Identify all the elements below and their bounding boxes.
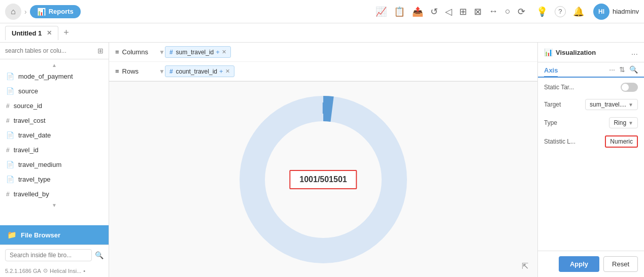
search-panel-icon[interactable]: 🔍 [629, 65, 638, 74]
chip-remove-icon[interactable]: ✕ [225, 68, 230, 75]
avatar[interactable]: HI [593, 4, 609, 20]
add-tab-button[interactable]: + [60, 27, 72, 38]
hint-icon[interactable]: 💡 [536, 6, 548, 17]
more-icon[interactable]: • [83, 268, 85, 274]
tab-close-icon[interactable]: ✕ [47, 29, 52, 37]
rows-text: Rows [122, 67, 139, 75]
sidebar-item-label: source_id [14, 102, 42, 110]
doc-icon: 📄 [6, 161, 14, 168]
share-icon[interactable]: ◁ [445, 6, 452, 17]
home-icon: ⌂ [11, 7, 16, 16]
right-panel-tabs: Axis ··· ⇅ 🔍 [538, 62, 644, 78]
sidebar-item-label: travel_date [18, 131, 51, 139]
doc-icon: 📄 [6, 73, 14, 80]
topbar: ⌂ › 📊 Reports 📈 📋 📤 ↺ ◁ ⊞ ⊠ ↔ ○ ⟳ 💡 ? 🔔 … [0, 0, 644, 23]
columns-dropdown-icon[interactable]: ▼ [159, 49, 165, 56]
target-row: Target sum_travel.... ▼ [544, 99, 638, 110]
expand-icon[interactable]: ↔ [489, 6, 498, 17]
home-button[interactable]: ⌂ [5, 4, 21, 20]
more-options-icon[interactable]: ... [631, 48, 638, 57]
circle-icon[interactable]: ○ [505, 6, 511, 17]
tab-axis[interactable]: Axis [544, 66, 558, 77]
file-browser-button[interactable]: 📁 File Browser [0, 225, 109, 245]
sidebar-item-source[interactable]: 📄 source [0, 84, 109, 98]
hash-icon: # [6, 102, 10, 110]
rows-dropdown-icon[interactable]: ▼ [159, 68, 165, 75]
tabs-row: Untitled 1 ✕ + [0, 23, 644, 43]
sum-travel-id-chip[interactable]: # sum_travel_id + ✕ [165, 46, 231, 58]
table-icon[interactable]: 📋 [394, 6, 405, 17]
line-chart-icon[interactable]: 📈 [376, 6, 387, 17]
reports-button[interactable]: 📊 Reports [30, 5, 81, 18]
help-icon[interactable]: ? [555, 6, 566, 17]
right-panel: 📊 Visualization ... Axis ··· ⇅ 🔍 Static … [537, 43, 644, 277]
sidebar-list: ▲ 📄 mode_of_payment 📄 source # source_id… [0, 59, 109, 225]
columns-text: Columns [122, 48, 148, 56]
doc-icon: 📄 [6, 176, 14, 183]
sidebar-item-travel-medium[interactable]: 📄 travel_medium [0, 157, 109, 172]
statistic-label-value: Numeric [610, 138, 633, 145]
avatar-text: HI [598, 8, 604, 15]
chart-area: 1001/501501 ⇱ [109, 82, 537, 277]
chart-expand-icon[interactable]: ⇱ [522, 261, 528, 271]
statistic-label-row: Statistic L... Numeric [544, 135, 638, 148]
sidebar-search-bar: ⊞ [0, 43, 109, 59]
hash-icon: # [6, 191, 10, 198]
type-dropdown[interactable]: Ring ▼ [609, 117, 638, 128]
hash-icon: # [170, 49, 173, 56]
sidebar-item-travel-type[interactable]: 📄 travel_type [0, 172, 109, 187]
center-area: ≡ Columns ▼ # sum_travel_id + ✕ ≡ R [109, 43, 537, 277]
search-inside-input[interactable] [5, 249, 92, 261]
sync-icon[interactable]: ⟳ [518, 6, 525, 17]
username-label[interactable]: hiadminv [613, 8, 639, 15]
refresh-icon[interactable]: ↺ [430, 6, 438, 17]
sidebar-item-label: travel_medium [18, 161, 61, 168]
monitor-icon[interactable]: ⊠ [474, 6, 482, 17]
scroll-down-indicator: ▼ [0, 201, 109, 209]
reset-button[interactable]: Reset [603, 256, 638, 272]
sidebar-bottom-search: 🔍 [0, 245, 109, 265]
chip-label: count_travel_id [176, 68, 217, 75]
doc-icon: 📄 [6, 87, 14, 95]
columns-chips: # sum_travel_id + ✕ [165, 46, 531, 58]
sidebar-item-source-id[interactable]: # source_id [0, 98, 109, 113]
static-target-toggle[interactable] [621, 83, 638, 92]
sidebar-version: 5.2.1.1686 GA ⊙ Helical Insi... • [0, 265, 109, 277]
chip-add-icon[interactable]: + [219, 67, 223, 75]
bell-icon[interactable]: 🔔 [573, 6, 584, 17]
sidebar-item-label: travelled_by [14, 190, 49, 198]
donut-chart: 1001/501501 [227, 83, 420, 276]
sidebar-item-travel-id[interactable]: # travel_id [0, 143, 109, 157]
chip-add-icon[interactable]: + [216, 48, 220, 56]
type-label: Type [544, 119, 557, 126]
sort-icon[interactable]: ⇅ [619, 65, 625, 74]
grid-icon[interactable]: ⊞ [97, 47, 104, 55]
tab-untitled-1[interactable]: Untitled 1 ✕ [5, 26, 58, 40]
target-dropdown[interactable]: sum_travel.... ▼ [585, 99, 638, 110]
donut-center-value: 1001/501501 [289, 170, 357, 189]
sidebar-item-travelled-by[interactable]: # travelled_by [0, 187, 109, 201]
search-tables-input[interactable] [5, 47, 94, 54]
more-dots-tab-icon[interactable]: ··· [609, 65, 615, 74]
fields-area: ≡ Columns ▼ # sum_travel_id + ✕ ≡ R [109, 43, 537, 82]
hash-icon: # [170, 68, 173, 75]
grid-view-icon[interactable]: ⊞ [459, 6, 467, 17]
apply-button[interactable]: Apply [559, 256, 599, 272]
bar-chart-icon: 📊 [37, 8, 46, 16]
sidebar-item-travel-date[interactable]: 📄 travel_date [0, 128, 109, 143]
sidebar-item-travel-cost[interactable]: # travel_cost [0, 113, 109, 128]
static-target-label: Static Tar... [544, 84, 574, 91]
count-travel-id-chip[interactable]: # count_travel_id + ✕ [165, 65, 234, 77]
hash-icon: # [6, 147, 10, 154]
chip-remove-icon[interactable]: ✕ [222, 49, 226, 55]
main-area: ⊞ ▲ 📄 mode_of_payment 📄 source # source_… [0, 43, 644, 277]
topbar-icons: 📈 📋 📤 ↺ ◁ ⊞ ⊠ ↔ ○ ⟳ [376, 6, 525, 17]
search-icon[interactable]: 🔍 [95, 251, 104, 259]
sidebar-item-mode-of-payment[interactable]: 📄 mode_of_payment [0, 69, 109, 84]
tab-label: Untitled 1 [12, 29, 42, 37]
rows-row: ≡ Rows ▼ # count_travel_id + ✕ [109, 62, 537, 81]
statistic-label-select[interactable]: Numeric [605, 135, 638, 148]
export-icon[interactable]: 📤 [412, 6, 423, 17]
columns-label: ≡ Columns [115, 48, 156, 56]
right-panel-body: Static Tar... Target sum_travel.... ▼ Ty… [538, 78, 644, 251]
